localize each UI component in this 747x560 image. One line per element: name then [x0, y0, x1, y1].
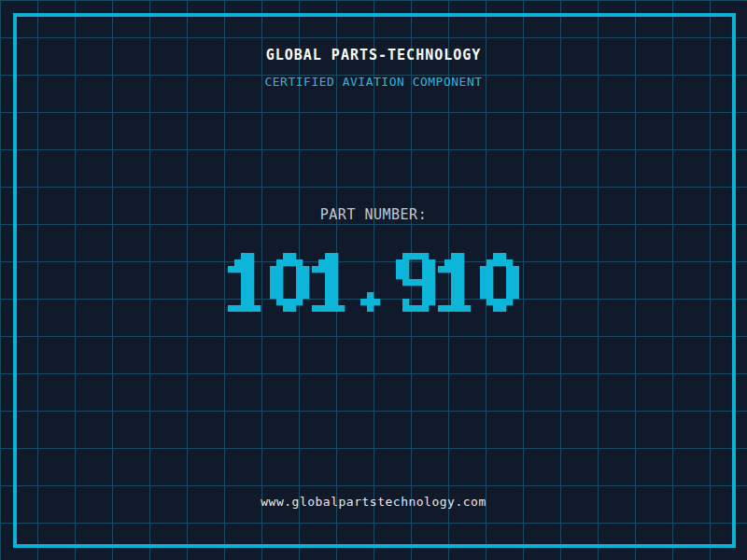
- website-url: www.globalpartstechnology.com: [0, 495, 747, 509]
- blueprint-screen: GLOBAL PARTS-TECHNOLOGY CERTIFIED AVIATI…: [0, 0, 747, 560]
- company-title: GLOBAL PARTS-TECHNOLOGY: [0, 47, 747, 63]
- part-number-value: [0, 253, 747, 312]
- part-number-label: PART NUMBER:: [0, 206, 747, 223]
- certification-subtitle: CERTIFIED AVIATION COMPONENT: [0, 75, 747, 89]
